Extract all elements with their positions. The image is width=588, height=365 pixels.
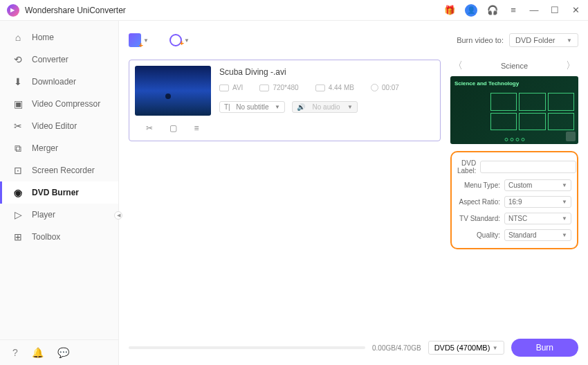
cut-icon[interactable]: ✂	[141, 121, 158, 135]
dvd-label-input[interactable]	[480, 161, 576, 173]
more-icon[interactable]: ≡	[188, 121, 205, 135]
dvd-label-label: DVD Label:	[457, 159, 480, 175]
burn-to-value: DVD Folder	[515, 36, 555, 44]
file-duration: 00:07	[382, 84, 399, 91]
add-file-icon	[129, 33, 141, 47]
tv-standard-select[interactable]: NTSC▼	[504, 213, 571, 224]
close-icon[interactable]: ✕	[570, 5, 581, 16]
sidebar: ⌂Home⟲Converter⬇Downloader▣Video Compres…	[0, 21, 119, 365]
capacity-bar	[129, 346, 365, 349]
template-prev-button[interactable]: 〈	[450, 60, 466, 72]
capacity-text: 0.00GB/4.70GB	[372, 344, 421, 352]
sidebar-item-label: Home	[32, 33, 54, 42]
audio-icon: 🔊	[297, 103, 305, 111]
resolution-icon	[259, 84, 269, 91]
chevron-down-icon: ▼	[567, 37, 572, 44]
subtitle-select[interactable]: T|No subtitle▼	[219, 101, 285, 113]
menu-icon[interactable]: ≡	[508, 5, 519, 16]
help-icon[interactable]: ?	[12, 347, 18, 358]
clock-icon	[371, 84, 378, 91]
chevron-down-icon: ▼	[143, 37, 149, 44]
sidebar-item-label: Video Compressor	[32, 99, 100, 109]
recorder-icon: ⊡	[12, 165, 24, 176]
add-file-button[interactable]: ▼	[129, 33, 149, 47]
sidebar-item-video-editor[interactable]: ✂Video Editor	[0, 115, 118, 137]
menu-type-select[interactable]: Custom▼	[504, 179, 571, 191]
menu-type-label: Menu Type:	[457, 181, 504, 189]
template-next-button[interactable]: 〉	[563, 60, 578, 72]
sidebar-item-home[interactable]: ⌂Home	[0, 26, 118, 48]
audio-value: No audio	[313, 103, 340, 111]
sidebar-item-converter[interactable]: ⟲Converter	[0, 48, 118, 71]
audio-select[interactable]: 🔊No audio▼	[292, 101, 358, 113]
burn-to-select[interactable]: DVD Folder ▼	[509, 33, 578, 47]
file-resolution: 720*480	[273, 84, 298, 91]
template-theme-text: Science and Technology	[454, 80, 574, 87]
sidebar-item-dvd-burner[interactable]: ◉DVD Burner	[0, 181, 118, 204]
sidebar-item-label: Player	[32, 210, 55, 220]
gift-icon[interactable]: 🎁	[444, 5, 455, 16]
sidebar-item-label: DVD Burner	[32, 188, 79, 197]
aspect-ratio-label: Aspect Ratio:	[457, 198, 504, 206]
tv-standard-label: TV Standard:	[457, 215, 504, 222]
app-logo	[7, 4, 19, 17]
sidebar-item-toolbox[interactable]: ⊞Toolbox	[0, 226, 118, 248]
disc-type-select[interactable]: DVD5 (4700MB)▼	[428, 341, 504, 355]
content: ▼ ▼ Burn video to: DVD Folder ▼	[119, 21, 588, 365]
dvd-settings: DVD Label: Menu Type:Custom▼ Aspect Rati…	[450, 151, 578, 249]
downloader-icon: ⬇	[12, 76, 24, 87]
sidebar-item-label: Downloader	[32, 77, 76, 87]
quality-label: Quality:	[457, 231, 504, 239]
sidebar-item-video-compressor[interactable]: ▣Video Compressor	[0, 93, 118, 115]
chevron-down-icon: ▼	[184, 37, 190, 44]
minimize-icon[interactable]: —	[529, 5, 540, 16]
template-preview[interactable]: Science and Technology	[450, 76, 578, 144]
headset-icon[interactable]: 🎧	[487, 5, 498, 16]
dvd-icon: ◉	[12, 187, 24, 198]
toolbox-icon: ⊞	[12, 231, 24, 242]
file-size: 4.44 MB	[329, 84, 354, 91]
file-title: Scuba Diving -.avi	[219, 67, 434, 77]
sidebar-item-label: Merger	[32, 143, 58, 153]
sidebar-item-label: Video Editor	[32, 121, 77, 131]
burn-to-label: Burn video to:	[457, 36, 504, 44]
chevron-down-icon: ▼	[347, 104, 353, 110]
sidebar-item-merger[interactable]: ⧉Merger	[0, 137, 118, 159]
maximize-icon[interactable]: ☐	[549, 5, 560, 16]
sidebar-item-downloader[interactable]: ⬇Downloader	[0, 71, 118, 93]
template-name: Science	[501, 62, 528, 70]
user-icon[interactable]: 👤	[465, 4, 477, 17]
sidebar-item-label: Converter	[32, 55, 68, 64]
sidebar-item-label: Toolbox	[32, 232, 60, 242]
chevron-down-icon: ▼	[275, 104, 280, 110]
burn-button[interactable]: Burn	[511, 339, 578, 357]
sidebar-item-player[interactable]: ▷Player	[0, 204, 118, 226]
merger-icon: ⧉	[12, 143, 24, 154]
converter-icon: ⟲	[12, 54, 24, 65]
titlebar: Wondershare UniConverter 🎁 👤 🎧 ≡ — ☐ ✕	[0, 0, 588, 21]
app-title: Wondershare UniConverter	[25, 6, 444, 15]
add-disc-button[interactable]: ▼	[169, 34, 190, 46]
sidebar-item-screen-recorder[interactable]: ⊡Screen Recorder	[0, 159, 118, 181]
template-edit-icon[interactable]	[566, 132, 576, 141]
subtitle-value: No subtitle	[236, 103, 268, 111]
add-disc-icon	[169, 34, 182, 46]
editor-icon: ✂	[12, 121, 24, 132]
bell-icon[interactable]: 🔔	[32, 347, 44, 358]
feedback-icon[interactable]: 💬	[57, 347, 69, 358]
aspect-ratio-select[interactable]: 16:9▼	[504, 196, 571, 208]
home-icon: ⌂	[12, 32, 24, 43]
sidebar-item-label: Screen Recorder	[32, 166, 95, 175]
quality-select[interactable]: Standard▼	[504, 229, 571, 241]
player-icon: ▷	[12, 209, 24, 220]
video-thumbnail	[135, 66, 211, 116]
sidebar-collapse-button[interactable]: ◀	[114, 211, 122, 220]
file-format: AVI	[232, 84, 243, 91]
file-item[interactable]: ✂ ▢ ≡ Scuba Diving -.avi AVI 720*480 4.4…	[129, 60, 441, 141]
size-icon	[315, 84, 325, 91]
titlebar-actions: 🎁 👤 🎧 ≡ — ☐ ✕	[444, 4, 581, 17]
crop-icon[interactable]: ▢	[165, 121, 181, 135]
compressor-icon: ▣	[12, 98, 24, 109]
format-icon	[219, 84, 229, 91]
